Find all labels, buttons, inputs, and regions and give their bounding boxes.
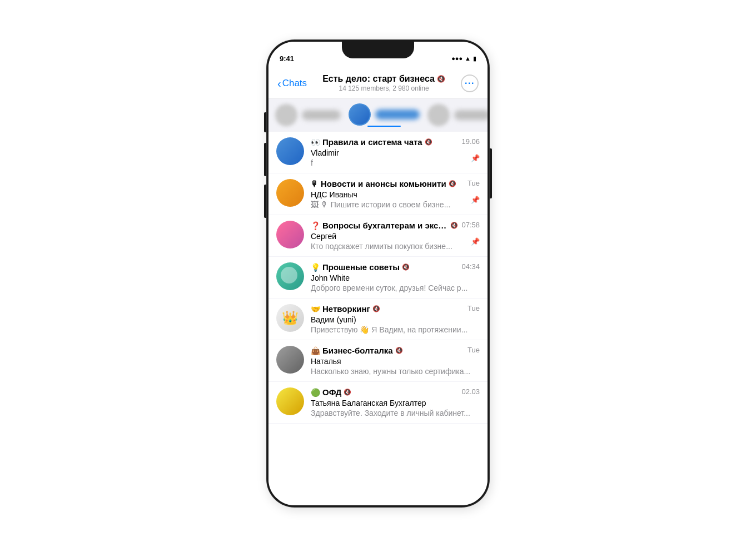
chat-time-2: Tue xyxy=(467,179,480,187)
chat-sender-7: Татьяна Балаганская Бухгалтер xyxy=(311,399,480,407)
chat-preview-1: f xyxy=(311,158,467,167)
chat-preview-4: Доброго времени суток, друзья! Сейчас р.… xyxy=(311,284,480,292)
chat-item-1[interactable]: 👀 Правила и система чата 🔇 19.06 Vladimi… xyxy=(268,132,488,173)
avatar-7 xyxy=(276,387,304,415)
chat-emoji-5: 🤝 xyxy=(311,305,320,314)
chat-time-7: 02.03 xyxy=(461,387,480,396)
chat-name-text-4: Прошеные советы xyxy=(322,262,400,272)
chat-top-row-4: 💡 Прошеные советы 🔇 04:34 xyxy=(311,262,480,272)
chat-content-2: 🎙 Новости и анонсы комьюнити 🔇 Tue НДС И… xyxy=(311,179,480,209)
header-subtitle: 14 125 members, 2 980 online xyxy=(311,84,456,92)
chat-preview-5: Приветствую 👋 Я Вадим, на протяжении... xyxy=(311,325,480,334)
preview-icon-2a: 🖼 🎙 xyxy=(311,200,331,209)
mute-switch[interactable] xyxy=(264,185,266,218)
avatar-6 xyxy=(276,346,304,374)
chat-item-5[interactable]: 👑 🤝 Нетворкинг 🔇 Tue xyxy=(268,299,488,340)
pin-icon-1: 📌 xyxy=(471,154,480,162)
back-chevron-icon: ‹ xyxy=(277,78,281,89)
phone-frame: 9:41 ●●● ▲ ▮ ‹ Chats Есть дело: старт би… xyxy=(267,40,489,507)
chat-content-7: 🟢 ОФД 🔇 02.03 Татьяна Балаганская Бухгал… xyxy=(311,387,480,417)
chat-mute-icon-3: 🔇 xyxy=(450,222,458,229)
chat-meta-5: Вадим (yuni) Приветствую 👋 Я Вадим, на п… xyxy=(311,315,480,334)
volume-down-button[interactable] xyxy=(264,143,266,176)
chat-name-5: 🤝 Нетворкинг 🔇 xyxy=(311,304,464,314)
power-button[interactable] xyxy=(490,148,492,198)
chat-mute-icon-5: 🔇 xyxy=(372,305,380,312)
chat-meta-4: John White Доброго времени суток, друзья… xyxy=(311,274,480,292)
chat-top-row-7: 🟢 ОФД 🔇 02.03 xyxy=(311,387,480,397)
chat-sender-4: John White xyxy=(311,274,480,282)
chat-time-5: Tue xyxy=(467,304,480,312)
tabs-bar xyxy=(268,98,488,132)
chat-preview-7: Здравствуйте. Заходите в личный кабинет.… xyxy=(311,409,480,417)
back-label[interactable]: Chats xyxy=(282,78,307,89)
tab-avatar-3[interactable] xyxy=(427,104,450,126)
chat-preview-6: Насколько знаю, нужны только сертифика..… xyxy=(311,367,480,376)
tab-avatar-active[interactable] xyxy=(349,103,371,126)
chat-item-6[interactable]: 👜 Бизнес-болталка 🔇 Tue Наталья Наскольк… xyxy=(268,340,488,382)
chat-time-4: 04:34 xyxy=(461,262,480,271)
chat-item-4[interactable]: 💡 Прошеные советы 🔇 04:34 John White Доб… xyxy=(268,257,488,299)
avatar-5: 👑 xyxy=(276,304,304,332)
more-button[interactable]: ··· xyxy=(461,74,479,92)
chat-top-row-1: 👀 Правила и система чата 🔇 19.06 xyxy=(311,137,480,147)
chat-item-2[interactable]: 🎙 Новости и анонсы комьюнити 🔇 Tue НДС И… xyxy=(268,173,488,215)
chat-top-row-6: 👜 Бизнес-болталка 🔇 Tue xyxy=(311,346,480,355)
chat-name-1: 👀 Правила и система чата 🔇 xyxy=(311,137,458,147)
chat-top-row-2: 🎙 Новости и анонсы комьюнити 🔇 Tue xyxy=(311,179,480,188)
chat-meta-1: Vladimir f 📌 xyxy=(311,148,480,167)
chat-header: ‹ Chats Есть дело: старт бизнеса 🔇 14 12… xyxy=(268,69,488,98)
tab-label-active[interactable] xyxy=(375,110,420,120)
chat-item-7[interactable]: 🟢 ОФД 🔇 02.03 Татьяна Балаганская Бухгал… xyxy=(268,382,488,424)
tab-label-3[interactable] xyxy=(454,110,488,120)
chat-mute-icon-7: 🔇 xyxy=(344,389,351,396)
chat-name-text-7: ОФД xyxy=(322,387,341,397)
tab-avatar-1[interactable] xyxy=(275,104,297,126)
chat-sender-6: Наталья xyxy=(311,357,480,366)
pin-icon-3: 📌 xyxy=(471,237,480,246)
chat-emoji-2: 🎙 xyxy=(311,180,319,188)
chat-sender-5: Вадим (yuni) xyxy=(311,315,480,324)
volume-up-button[interactable] xyxy=(264,112,266,132)
chat-meta-6: Наталья Насколько знаю, нужны только сер… xyxy=(311,357,480,376)
chat-item-3[interactable]: ❓ Вопросы бухгалтерам и экспертам Тинько… xyxy=(268,215,488,257)
tab-label-1[interactable] xyxy=(302,110,341,120)
back-button[interactable]: ‹ Chats xyxy=(277,78,307,89)
chat-name-text-5: Нетворкинг xyxy=(322,304,370,314)
chat-preview-2: 🖼 🎙 Пишите истории о своем бизне... xyxy=(311,200,467,209)
phone-screen: 9:41 ●●● ▲ ▮ ‹ Chats Есть дело: старт би… xyxy=(268,42,488,505)
chat-emoji-6: 👜 xyxy=(311,346,320,355)
avatar-2 xyxy=(276,179,304,207)
title-mute-icon: 🔇 xyxy=(437,75,445,83)
chat-sender-2: НДС Иваныч xyxy=(311,190,467,199)
chat-time-3: 07:58 xyxy=(461,221,480,229)
chat-time-1: 19.06 xyxy=(461,137,480,146)
chat-name-2: 🎙 Новости и анонсы комьюнити 🔇 xyxy=(311,179,464,188)
tab-active-indicator xyxy=(367,126,401,127)
phone-wrapper: 9:41 ●●● ▲ ▮ ‹ Chats Есть дело: старт би… xyxy=(267,40,489,507)
chat-name-4: 💡 Прошеные советы 🔇 xyxy=(311,262,458,272)
chat-meta-3: Сергей Кто подскажет лимиты покупок бизн… xyxy=(311,232,480,251)
pin-icon-2: 📌 xyxy=(471,196,480,204)
chat-name-text-2: Новости и анонсы комьюнити xyxy=(321,179,446,188)
header-title: Есть дело: старт бизнеса 🔇 xyxy=(311,74,456,84)
chat-name-text-6: Бизнес-болталка xyxy=(322,346,393,355)
chat-time-6: Tue xyxy=(467,346,480,354)
header-center: Есть дело: старт бизнеса 🔇 14 125 member… xyxy=(311,74,456,92)
chat-list: 👀 Правила и система чата 🔇 19.06 Vladimi… xyxy=(268,132,488,424)
battery-icon: ▮ xyxy=(473,55,476,62)
avatar-1 xyxy=(276,137,304,165)
avatar-3 xyxy=(276,221,304,248)
chat-content-3: ❓ Вопросы бухгалтерам и экспертам Тинько… xyxy=(311,221,480,251)
chat-meta-2: НДС Иваныч 🖼 🎙 Пишите истории о своем би… xyxy=(311,190,480,209)
chat-name-text-1: Правила и система чата xyxy=(322,137,422,147)
status-icons: ●●● ▲ ▮ xyxy=(451,49,476,62)
title-text: Есть дело: старт бизнеса xyxy=(322,74,435,84)
chat-mute-icon-6: 🔇 xyxy=(395,347,403,354)
chat-name-7: 🟢 ОФД 🔇 xyxy=(311,387,458,397)
more-dots-icon: ··· xyxy=(465,79,475,88)
chat-emoji-4: 💡 xyxy=(311,263,320,272)
chat-name-3: ❓ Вопросы бухгалтерам и экспертам Тинько… xyxy=(311,221,458,230)
chat-sender-3: Сергей xyxy=(311,232,467,241)
avatar-4 xyxy=(276,262,304,290)
